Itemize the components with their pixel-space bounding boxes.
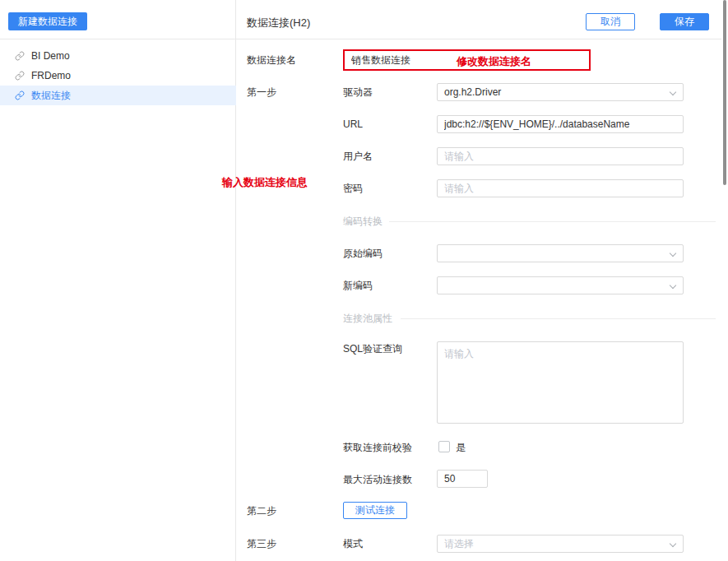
sidebar: 新建数据连接 BI Demo FRDemo 数据连接 bbox=[0, 0, 236, 561]
new-connection-button[interactable]: 新建数据连接 bbox=[8, 12, 87, 30]
pre-check-label: 获取连接前校验 bbox=[343, 442, 412, 453]
sidebar-item-label: 数据连接 bbox=[31, 89, 71, 103]
rename-annotation-text: 修改数据连接名 bbox=[457, 54, 531, 69]
cancel-button[interactable]: 取消 bbox=[586, 13, 635, 30]
sql-check-textarea[interactable] bbox=[437, 341, 684, 424]
input-info-annotation-text: 输入数据连接信息 bbox=[222, 175, 308, 190]
username-label: 用户名 bbox=[343, 151, 373, 162]
pre-check-checkbox[interactable] bbox=[438, 441, 450, 452]
original-encoding-label: 原始编码 bbox=[343, 248, 383, 259]
link-icon bbox=[15, 90, 25, 100]
step3-label: 第三步 bbox=[247, 538, 276, 549]
sidebar-item-label: FRDemo bbox=[31, 70, 71, 81]
driver-select[interactable]: org.h2.Driver bbox=[437, 83, 684, 101]
chevron-down-icon bbox=[670, 250, 676, 257]
encoding-section-divider bbox=[389, 221, 716, 222]
driver-value: org.h2.Driver bbox=[444, 86, 501, 98]
pre-check-option-label: 是 bbox=[456, 442, 466, 453]
max-active-input[interactable] bbox=[437, 470, 488, 488]
sidebar-item-bi-demo[interactable]: BI Demo bbox=[0, 46, 236, 66]
chevron-down-icon bbox=[670, 89, 676, 95]
password-input[interactable] bbox=[437, 179, 684, 197]
test-connection-button[interactable]: 测试连接 bbox=[343, 502, 407, 519]
url-input[interactable] bbox=[437, 115, 684, 133]
new-encoding-select[interactable] bbox=[437, 276, 684, 294]
sidebar-item-data-connection[interactable]: 数据连接 bbox=[0, 86, 236, 105]
password-label: 密码 bbox=[343, 183, 363, 194]
link-icon bbox=[15, 71, 25, 81]
scrollbar-track[interactable] bbox=[721, 0, 728, 561]
new-encoding-label: 新编码 bbox=[343, 280, 373, 291]
step1-label: 第一步 bbox=[247, 86, 276, 98]
sidebar-item-frdemo[interactable]: FRDemo bbox=[0, 66, 236, 86]
data-connection-page: 新建数据连接 BI Demo FRDemo 数据连接 数据连接(H2) 取消 保… bbox=[0, 0, 728, 561]
url-label: URL bbox=[343, 118, 363, 130]
encoding-section-title: 编码转换 bbox=[343, 216, 383, 227]
sidebar-item-label: BI Demo bbox=[31, 50, 70, 62]
pool-section-divider bbox=[401, 318, 716, 319]
save-button[interactable]: 保存 bbox=[660, 13, 709, 30]
chevron-down-icon bbox=[670, 540, 676, 547]
link-icon bbox=[15, 51, 25, 61]
schema-placeholder: 请选择 bbox=[444, 537, 474, 551]
step2-label: 第二步 bbox=[247, 505, 276, 517]
driver-label: 驱动器 bbox=[343, 86, 373, 98]
schema-select[interactable]: 请选择 bbox=[437, 535, 684, 553]
chevron-down-icon bbox=[670, 282, 676, 289]
connection-name-annotation-box: 修改数据连接名 bbox=[343, 49, 591, 71]
username-input[interactable] bbox=[437, 147, 684, 165]
connection-name-label: 数据连接名 bbox=[247, 54, 296, 66]
schema-label: 模式 bbox=[343, 538, 363, 549]
scrollbar-thumb[interactable] bbox=[723, 0, 726, 185]
header-divider bbox=[0, 39, 728, 39]
sql-check-label: SQL验证查询 bbox=[343, 343, 402, 355]
page-title: 数据连接(H2) bbox=[247, 16, 310, 30]
pool-section-title: 连接池属性 bbox=[343, 313, 392, 324]
original-encoding-select[interactable] bbox=[437, 244, 684, 262]
max-active-label: 最大活动连接数 bbox=[343, 474, 412, 485]
